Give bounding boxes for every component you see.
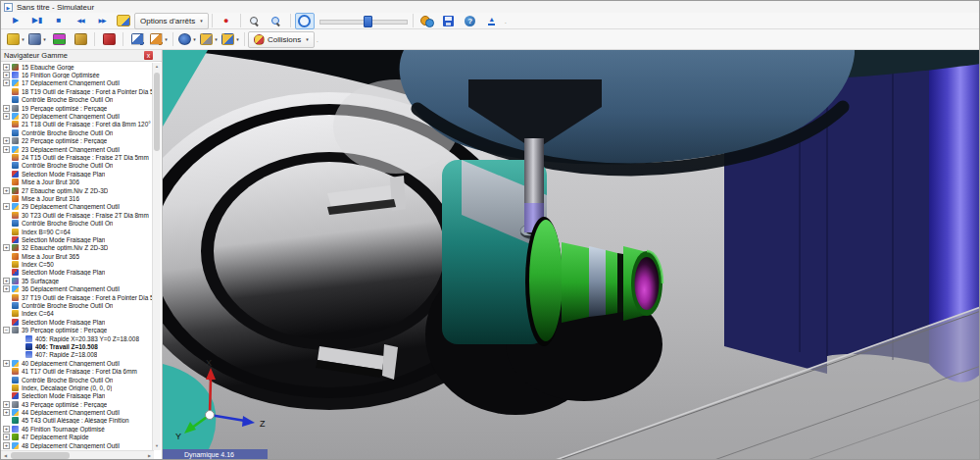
expand-toggle[interactable]: + xyxy=(3,401,10,408)
expand-toggle[interactable]: + xyxy=(3,146,10,153)
expand-toggle[interactable]: + xyxy=(3,409,10,416)
tree-item[interactable]: Contrôle Broche Broche Outil On xyxy=(1,219,154,227)
horizontal-scrollbar[interactable]: ◀ ▶ xyxy=(1,450,154,460)
tree-item[interactable]: 405: Rapide X=20.383 Y=0 Z=18.008 xyxy=(1,334,154,342)
tree-item[interactable]: Index, Décalage Origine (0, 0, 0) xyxy=(1,383,154,391)
analysis-button[interactable] xyxy=(127,31,147,48)
tree-item[interactable]: +29 Déplacement Changement Outil xyxy=(1,203,154,211)
view-options-button[interactable]: ▾ xyxy=(177,31,197,48)
tree-item[interactable]: Index C=64 xyxy=(1,310,154,318)
tree-item[interactable]: +48 Déplacement Changement Outil xyxy=(1,441,154,449)
scroll-down-icon[interactable]: ▼ xyxy=(153,442,161,450)
tree-item[interactable]: 30 T23 Outil de Fraisage : Fraise 2T Dia… xyxy=(1,211,154,219)
tree-item[interactable]: +47 Déplacement Rapide xyxy=(1,434,154,441)
tree-item[interactable]: Selection Mode Fraisage Plan xyxy=(1,235,154,243)
tree-item[interactable]: +20 Déplacement Changement Outil xyxy=(1,112,154,120)
vertical-scrollbar[interactable]: ▲ ▼ xyxy=(152,63,161,450)
tree-item[interactable]: +27 Ebauche optim.Niv Z 2D-3D xyxy=(1,186,154,194)
tree-item[interactable]: +15 Ebauche Gorge xyxy=(1,63,154,71)
target-part-button[interactable] xyxy=(49,31,69,48)
tree-item[interactable]: +40 Déplacement Changement Outil xyxy=(1,359,154,367)
save-button[interactable] xyxy=(439,13,459,29)
stop-options-dropdown[interactable]: Options d'arrêts ▾ xyxy=(134,13,209,29)
expand-toggle[interactable]: + xyxy=(3,72,10,78)
expand-toggle[interactable]: + xyxy=(3,113,10,120)
close-panel-button[interactable]: x xyxy=(144,51,153,60)
collisions-dropdown[interactable]: Collisions ▾ xyxy=(248,31,315,48)
tree-item[interactable]: 18 T19 Outil de Fraisage : Foret à Point… xyxy=(1,87,154,95)
tree-item[interactable]: +19 Perçage optimisé : Perçage xyxy=(1,104,154,112)
tree-item[interactable]: +32 Ebauche optim.Niv Z 2D-3D xyxy=(1,244,154,252)
tool-display-button[interactable]: ▾ xyxy=(199,31,219,48)
fast-forward-button[interactable]: ▶▶ xyxy=(92,13,112,29)
eject-button[interactable]: ▲ xyxy=(482,13,502,29)
tree-item[interactable]: +35 Surfaçage xyxy=(1,277,154,284)
compare-button[interactable]: ▾ xyxy=(149,31,169,48)
toolbar-overflow[interactable]: . xyxy=(317,35,318,44)
record-button[interactable]: ● xyxy=(217,13,236,29)
expand-toggle[interactable]: + xyxy=(3,360,10,367)
help-button[interactable]: ? xyxy=(461,13,480,29)
expand-toggle[interactable]: − xyxy=(3,327,10,333)
expand-toggle[interactable]: + xyxy=(3,203,10,210)
tree-item[interactable]: 24 T15 Outil de Fraisage : Fraise 2T Dia… xyxy=(1,153,154,161)
scroll-right-icon[interactable]: ▶ xyxy=(145,451,154,460)
tree-item[interactable]: 45 T43 Outil Alésage : Alésage Finition xyxy=(1,417,154,425)
tree-item[interactable]: +36 Déplacement Changement Outil xyxy=(1,285,154,293)
scroll-up-icon[interactable]: ▲ xyxy=(153,63,161,71)
tree-item[interactable]: Selection Mode Fraisage Plan xyxy=(1,392,154,400)
expand-toggle[interactable]: + xyxy=(3,187,10,194)
tree-item[interactable]: Index B=90 C=64 xyxy=(1,228,154,235)
tree-item[interactable]: +43 Perçage optimisé : Perçage xyxy=(1,400,154,408)
tree-item[interactable]: Contrôle Broche Broche Outil On xyxy=(1,162,154,170)
tree-item[interactable]: Contrôle Broche Broche Outil On xyxy=(1,96,154,104)
expand-toggle[interactable]: + xyxy=(3,137,10,144)
tree-item[interactable]: Mise à Jour Brut 365 xyxy=(1,252,154,260)
scroll-left-icon[interactable]: ◀ xyxy=(1,451,10,460)
tree-item[interactable]: +46 Finition Tournage Optimisé xyxy=(1,425,154,433)
zoom-in-button[interactable] xyxy=(267,13,286,29)
tree-item[interactable]: Contrôle Broche Broche Outil On xyxy=(1,376,154,383)
operation-tree[interactable]: +15 Ebauche Gorge+16 Finition Gorge Opti… xyxy=(1,63,154,450)
tree-item[interactable]: Selection Mode Fraisage Plan xyxy=(1,170,154,178)
report-button[interactable] xyxy=(99,31,119,48)
tree-item[interactable]: 37 T19 Outil de Fraisage : Foret à Point… xyxy=(1,293,154,301)
speed-mode-toggle[interactable] xyxy=(295,13,315,29)
tree-item[interactable]: Mise à Jour Brut 316 xyxy=(1,194,154,202)
tree-item[interactable]: −39 Perçage optimisé : Perçage xyxy=(1,327,154,334)
tree-item[interactable]: +22 Perçage optimisé : Perçage xyxy=(1,137,154,145)
play-button[interactable]: ▶ xyxy=(6,13,25,29)
tree-item[interactable]: +16 Finition Gorge Optimisée xyxy=(1,71,154,78)
tree-item[interactable]: +17 Déplacement Changement Outil xyxy=(1,79,154,87)
expand-toggle[interactable]: + xyxy=(3,278,10,284)
machine-display-button[interactable] xyxy=(71,31,90,48)
slider-thumb[interactable] xyxy=(364,16,372,27)
expand-toggle[interactable]: + xyxy=(3,442,10,449)
expand-toggle[interactable]: + xyxy=(3,244,10,251)
expand-toggle[interactable]: + xyxy=(3,434,10,440)
turbo-simulation-button[interactable] xyxy=(114,13,133,29)
tree-item[interactable]: 407: Rapide Z=18.008 xyxy=(1,351,154,359)
tree-item[interactable]: +23 Déplacement Changement Outil xyxy=(1,145,154,153)
expand-toggle[interactable]: + xyxy=(3,64,10,71)
rewind-button[interactable]: ◀◀ xyxy=(71,13,90,29)
vertical-scroll-thumb[interactable] xyxy=(154,73,160,151)
stock-display-button[interactable]: ▾ xyxy=(6,31,25,48)
tree-item[interactable]: +44 Déplacement Changement Outil xyxy=(1,408,154,416)
tree-item[interactable]: 406: Travail Z=10.508 xyxy=(1,342,154,350)
expand-toggle[interactable]: + xyxy=(3,105,10,112)
tree-item[interactable]: Contrôle Broche Broche Outil On xyxy=(1,128,154,136)
fixture-display-button[interactable]: ▾ xyxy=(27,31,47,48)
expand-toggle[interactable]: + xyxy=(3,79,10,86)
stop-button[interactable]: ■ xyxy=(49,13,69,29)
tree-item[interactable]: Mise à Jour Brut 306 xyxy=(1,178,154,185)
zoom-out-button[interactable] xyxy=(245,13,265,29)
toolbar-overflow[interactable]: . xyxy=(505,17,507,26)
tree-item[interactable]: 41 T17 Outil de Fraisage : Foret Dia 6mm xyxy=(1,367,154,375)
expand-toggle[interactable]: + xyxy=(3,426,10,433)
expand-toggle[interactable]: + xyxy=(3,285,10,292)
tree-item[interactable]: Index C=50 xyxy=(1,260,154,268)
simulation-speed-slider[interactable] xyxy=(319,16,406,26)
settings-button[interactable] xyxy=(417,13,437,29)
horizontal-scroll-thumb[interactable] xyxy=(11,452,70,459)
